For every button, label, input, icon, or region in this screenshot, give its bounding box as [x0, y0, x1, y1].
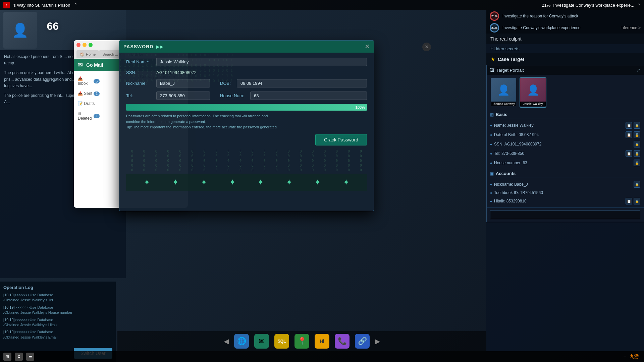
lock-house-btn[interactable]: 🔒: [634, 160, 640, 166]
password-asterisk-2: ✦: [172, 178, 179, 187]
window-maximize-btn[interactable]: [89, 43, 93, 47]
taskbar-menu-btn[interactable]: ☰: [26, 353, 34, 361]
gomail-sidebar: 📥 Inbox 5 📤 Sent 1 📝 Drafts 🗑 Deleted 1: [74, 71, 104, 198]
taskbar-right: ─ 九游: [624, 354, 644, 360]
case-target-label: Case Target: [498, 57, 524, 62]
nickname-label: Nickname:: [126, 81, 156, 86]
password-close-btn[interactable]: ✕: [365, 43, 370, 50]
label-hitalk: Hitalk: 853290810: [494, 199, 624, 203]
basic-section-icon: ▦: [490, 112, 494, 117]
progress-bar-fill: 100%: [126, 104, 367, 111]
task1-circle: 21%: [490, 11, 499, 21]
dock-phone-icon[interactable]: 📞: [335, 334, 350, 349]
tab-home[interactable]: 🏠 Home: [76, 50, 99, 58]
lock-nickname-btn[interactable]: 🔒: [634, 181, 640, 188]
task1-text: Investigate the reason for Conway's atta…: [502, 14, 641, 18]
label-toothbook: Toothbook ID: TB79451560: [494, 190, 640, 195]
task2-circle: 21%: [490, 23, 499, 33]
accounts-info-section: ▣ Accounts ◆ Nickname: Babe_J 🔒 ◆ Toothb…: [487, 169, 644, 207]
lock-dob-btn[interactable]: 🔒: [634, 131, 640, 138]
task-bar-1: 21% Investigate the reason for Conway's …: [486, 10, 644, 22]
progress-bar-container: 100%: [126, 104, 367, 111]
window-close-btn[interactable]: [76, 43, 80, 47]
portrait-expand-btn[interactable]: ⤢: [636, 67, 640, 73]
dob-actions: 📋 🔒: [626, 131, 640, 138]
dock-link-icon[interactable]: 🔗: [355, 334, 370, 349]
matrix-row-2: 00000000000000000000: [126, 154, 367, 158]
collapse-icon[interactable]: ⌃: [73, 2, 78, 8]
taskbar-settings-btn[interactable]: ⚙: [15, 353, 23, 361]
inference-button[interactable]: Inference >: [621, 25, 641, 30]
real-name-label: Real Name:: [126, 59, 156, 64]
password-asterisk-6: ✦: [286, 178, 292, 187]
portrait-title-text: Target Portrait: [496, 68, 524, 73]
crack-password-button[interactable]: Crack Password: [315, 134, 367, 145]
dock-sql-icon[interactable]: SQL: [274, 334, 289, 349]
dob-label: DOB:: [220, 81, 237, 86]
info-row-house: ◆ House number: 63 🔒: [490, 158, 640, 168]
matrix-row-5: 00000000000000000000: [126, 168, 367, 172]
password-asterisk-5: ✦: [257, 178, 264, 187]
dock-hi-icon[interactable]: Hi: [315, 334, 329, 349]
tab-search-label: Search ...: [102, 52, 118, 56]
lock-tel-btn[interactable]: 🔒: [634, 150, 640, 157]
dock-left-arrow[interactable]: ◀: [224, 337, 229, 345]
password-modal: PASSWORD ▶▶ ✕ 0 1 0 0 1 1 0 1 0 0 1 0 1 …: [119, 40, 374, 211]
gomail-inbox[interactable]: 📥 Inbox 5: [74, 74, 104, 88]
house-value: 63: [250, 92, 367, 100]
jessie-avatar-image: 👤: [520, 78, 546, 102]
portrait-avatars: 👤 Thomas Conway 👤 Jessie Walkley: [487, 75, 644, 110]
password-asterisk-4: ✦: [229, 178, 236, 187]
copy-hitalk-btn[interactable]: 📋: [626, 198, 632, 204]
gomail-drafts[interactable]: 📝 Drafts: [74, 99, 104, 109]
password-arrows: ▶▶: [156, 44, 163, 49]
nickname-dob-row: Nickname: Babe_J DOB: 08.08.1994: [126, 79, 367, 87]
name-actions: 📋 🔒: [626, 122, 640, 129]
log-entry: [10:19]>>>>>>>Use Database /Obtained Jes…: [3, 329, 112, 340]
lock-ssn-btn[interactable]: 🔒: [634, 141, 640, 147]
house-label: House Num:: [220, 93, 250, 98]
ssn-actions: 🔒: [634, 141, 640, 147]
tel-actions: 📋 🔒: [626, 150, 640, 157]
basic-section-title: Basic: [496, 112, 507, 117]
dock-right-arrow[interactable]: ▶: [375, 337, 380, 345]
gomail-deleted[interactable]: 🗑 Deleted 1: [74, 109, 104, 123]
taskbar-brand: 九游: [630, 354, 639, 360]
gomail-logo-text: Go Mail: [86, 62, 103, 68]
dock-location-icon[interactable]: 📍: [294, 334, 309, 349]
case-target-bar: ★ Case Target: [486, 53, 644, 65]
avatar-jessie[interactable]: 👤 Jessie Walkley: [520, 77, 546, 108]
operation-log: Operation Log [10:19]>>>>>>>Use Database…: [0, 282, 116, 362]
tab-home-icon: 🏠: [80, 52, 85, 57]
tip-text: Passwords are often related to personal …: [126, 113, 367, 130]
copy-tel-btn[interactable]: 📋: [626, 150, 632, 157]
password-title: PASSWORD: [123, 44, 153, 49]
copy-dob-btn[interactable]: 📋: [626, 131, 632, 138]
right-panel: 21% Investigate the reason for Conway's …: [486, 10, 644, 352]
tip-line-3: Tip: The more important the information …: [126, 124, 367, 130]
lock-hitalk-btn[interactable]: 🔒: [634, 198, 640, 204]
dot-house: ◆: [490, 162, 492, 165]
label-nickname: Nickname: Babe_J: [494, 182, 632, 187]
taskbar-windows-btn[interactable]: ⊞: [3, 353, 11, 361]
tel-label: Tel:: [126, 93, 156, 98]
top-bar-collapse-right[interactable]: ⌃: [637, 3, 641, 8]
progress-percent: 100%: [356, 105, 365, 109]
app-dock: ◀ 🌐 ✉ SQL 📍 Hi 📞 🔗 ▶: [117, 331, 486, 351]
search-input[interactable]: [490, 210, 640, 219]
portrait-header: 🖼 Target Portrait ⤢: [487, 65, 644, 75]
copy-name-btn[interactable]: 📋: [626, 122, 632, 129]
accounts-section-icon: ▣: [490, 171, 494, 176]
dock-mail-icon[interactable]: ✉: [254, 334, 269, 349]
gomail-outer-close[interactable]: ✕: [422, 43, 431, 51]
ssn-label: SSN:: [126, 70, 156, 75]
window-minimize-btn[interactable]: [83, 43, 87, 47]
avatar-conway[interactable]: 👤 Thomas Conway: [490, 77, 517, 108]
gomail-sent[interactable]: 📤 Sent 1: [74, 88, 104, 99]
label-house: House number: 63: [494, 161, 632, 165]
dock-globe-icon[interactable]: 🌐: [234, 334, 249, 349]
matrix-row-1: 00000000000000000000: [126, 149, 367, 153]
game-icon: !: [3, 2, 10, 8]
lock-name-btn[interactable]: 🔒: [634, 122, 640, 129]
password-asterisk-3: ✦: [201, 178, 207, 187]
